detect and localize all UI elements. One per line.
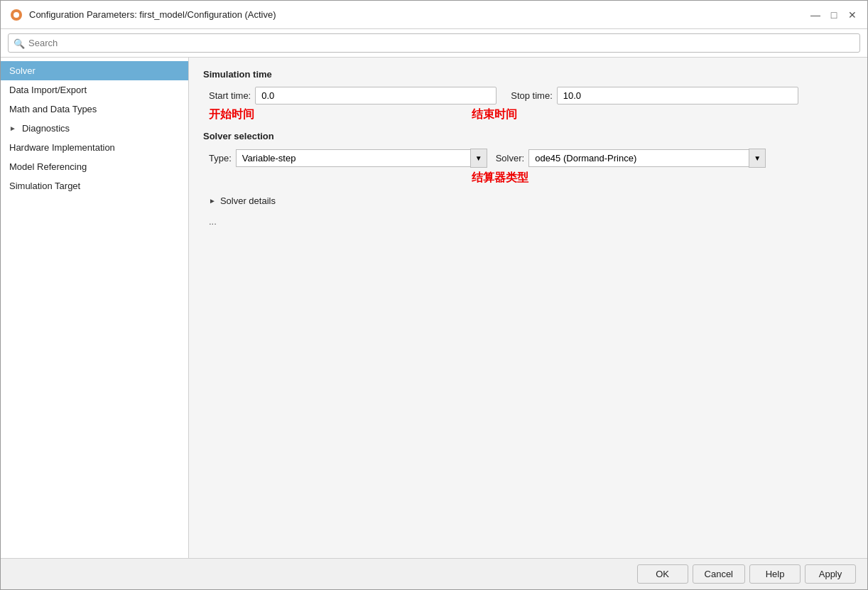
sidebar-item-label: Model Referencing: [9, 161, 87, 172]
search-icon: 🔍: [13, 38, 25, 48]
main-content: Solver Data Import/Export Math and Data …: [1, 58, 867, 558]
help-button[interactable]: Help: [749, 564, 801, 584]
title-bar-controls: — □ ✕: [809, 9, 859, 21]
window-title: Configuration Parameters: first_model/Co…: [29, 9, 276, 20]
annotation-row: 开始时间 结束时间: [203, 107, 853, 122]
stop-time-label: Stop time:: [511, 90, 553, 101]
solver-select-display: ode45 (Dormand-Prince): [528, 149, 749, 167]
search-wrapper: 🔍: [8, 33, 860, 53]
type-dropdown-button[interactable]: ▼: [470, 149, 487, 168]
solver-group: Solver: ode45 (Dormand-Prince) ▼: [496, 149, 766, 168]
sidebar-item-label: Diagnostics: [22, 123, 70, 134]
sidebar-item-diagnostics[interactable]: ► Diagnostics: [1, 119, 188, 138]
start-time-label: Start time:: [209, 90, 251, 101]
sidebar-item-simulation-target[interactable]: Simulation Target: [1, 176, 188, 195]
title-bar: Configuration Parameters: first_model/Co…: [1, 1, 867, 29]
solver-details-row[interactable]: ► Solver details: [203, 195, 853, 206]
title-bar-left: Configuration Parameters: first_model/Co…: [9, 8, 276, 22]
start-time-group: Start time:: [209, 87, 497, 104]
stop-time-group: Stop time:: [511, 87, 798, 104]
cancel-button[interactable]: Cancel: [693, 564, 745, 584]
solver-details-arrow-icon: ►: [209, 197, 216, 205]
start-time-annotation: 开始时间: [209, 108, 254, 120]
type-select-display: Variable-step: [236, 149, 470, 167]
main-window: Configuration Parameters: first_model/Co…: [0, 0, 868, 590]
sidebar-item-label: Math and Data Types: [9, 104, 97, 114]
app-icon: [9, 8, 23, 22]
sidebar-item-data-import-export[interactable]: Data Import/Export: [1, 80, 188, 100]
stop-time-input[interactable]: [557, 87, 798, 104]
ok-button[interactable]: OK: [637, 564, 688, 584]
solver-select-wrapper: ode45 (Dormand-Prince) ▼: [528, 149, 766, 168]
solver-details-label: Solver details: [220, 195, 276, 206]
apply-button[interactable]: Apply: [805, 564, 856, 584]
solver-type-annotation: 结算器类型: [472, 171, 528, 186]
sidebar-item-hardware-implementation[interactable]: Hardware Implementation: [1, 138, 188, 157]
stop-time-annotation: 结束时间: [472, 107, 517, 122]
sidebar-item-math-data-types[interactable]: Math and Data Types: [1, 100, 188, 119]
content-panel: Simulation time Start time: Stop time: 开…: [189, 58, 867, 558]
solver-dropdown-button[interactable]: ▼: [749, 149, 766, 168]
search-bar: 🔍: [1, 29, 867, 58]
svg-point-1: [13, 12, 19, 18]
expand-arrow-icon: ►: [9, 124, 16, 132]
time-row: Start time: Stop time:: [203, 87, 853, 104]
minimize-button[interactable]: —: [809, 9, 822, 21]
sidebar-item-solver[interactable]: Solver: [1, 61, 188, 80]
sidebar-item-model-referencing[interactable]: Model Referencing: [1, 157, 188, 176]
solver-selection-title: Solver selection: [203, 131, 853, 141]
start-time-input[interactable]: [255, 87, 497, 104]
sidebar-item-label: Data Import/Export: [9, 85, 87, 95]
bottom-bar: OK Cancel Help Apply: [1, 558, 867, 589]
sidebar-item-label: Hardware Implementation: [9, 142, 115, 153]
type-select-wrapper: Variable-step ▼: [236, 149, 487, 168]
sidebar-item-label: Simulation Target: [9, 181, 80, 191]
sidebar: Solver Data Import/Export Math and Data …: [1, 58, 189, 558]
solver-label: Solver:: [496, 153, 524, 163]
ellipsis-text: ...: [203, 216, 853, 227]
maximize-button[interactable]: □: [828, 9, 840, 21]
type-group: Type: Variable-step ▼: [209, 149, 487, 168]
type-label: Type:: [209, 153, 232, 163]
simulation-time-title: Simulation time: [203, 69, 853, 80]
close-button[interactable]: ✕: [846, 9, 859, 21]
search-input[interactable]: [8, 33, 860, 53]
solver-type-row: Type: Variable-step ▼ Solver: ode45 (Dor…: [203, 149, 853, 168]
start-time-annotation-spacer: 开始时间: [209, 107, 472, 122]
solver-annotation-row: 结算器类型: [203, 171, 853, 186]
sidebar-item-label: Solver: [9, 65, 36, 76]
